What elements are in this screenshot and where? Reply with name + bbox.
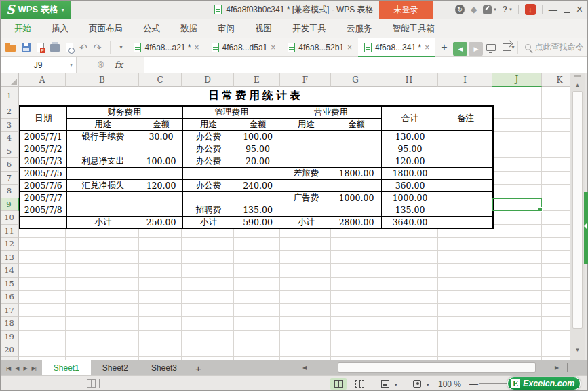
cell[interactable] <box>20 217 66 229</box>
close-tab-icon[interactable]: × <box>195 43 199 52</box>
login-button[interactable]: 未登录 <box>379 0 433 19</box>
name-box[interactable]: J9 ▾ <box>0 57 77 73</box>
cell[interactable]: 20.00 <box>235 155 281 168</box>
row-header-15[interactable]: 15 <box>0 278 19 291</box>
cell[interactable]: 2005/7/2 <box>20 143 66 155</box>
cell[interactable] <box>182 168 235 180</box>
scroll-down-icon[interactable]: ▼ <box>570 345 585 354</box>
header-date[interactable]: 日期 <box>20 106 66 131</box>
row-header-19[interactable]: 19 <box>0 331 19 344</box>
cell[interactable]: 100.00 <box>235 131 281 143</box>
chevron-down-icon[interactable]: ▾ <box>70 62 73 68</box>
download-icon[interactable]: ↓ <box>525 4 536 15</box>
cell[interactable] <box>140 143 182 155</box>
cell[interactable]: 办公费 <box>182 180 235 192</box>
presentation-icon[interactable] <box>486 44 496 51</box>
export-pdf-icon[interactable] <box>37 43 44 52</box>
cell[interactable] <box>281 155 332 168</box>
cell[interactable]: 小计 <box>66 217 140 229</box>
reader-view-button[interactable] <box>409 378 425 390</box>
insert-function-button[interactable]: fx <box>115 60 123 70</box>
maximize-button[interactable] <box>564 7 570 13</box>
cell[interactable]: 2005/7/8 <box>20 204 66 217</box>
menu-item-智能工具箱[interactable]: 智能工具箱 <box>383 19 446 38</box>
cell[interactable] <box>140 204 182 217</box>
row-header-4[interactable]: 4 <box>0 132 19 145</box>
selected-cell-J9[interactable] <box>492 198 542 212</box>
header-sub-0[interactable]: 用途 <box>66 119 140 131</box>
cell[interactable] <box>332 180 381 192</box>
cell[interactable]: 办公费 <box>182 131 235 143</box>
cell[interactable] <box>439 168 493 180</box>
header-group-1[interactable]: 管理费用 <box>182 106 281 119</box>
cell[interactable] <box>439 143 493 155</box>
cell[interactable]: 95.00 <box>235 143 281 155</box>
column-header-B[interactable]: B <box>66 73 139 87</box>
formula-input[interactable] <box>144 57 588 73</box>
cell[interactable]: 120.00 <box>381 155 439 168</box>
close-tab-icon[interactable]: × <box>271 43 275 52</box>
cell[interactable]: 120.00 <box>140 180 182 192</box>
sheet-tab-Sheet2[interactable]: Sheet2 <box>91 360 140 375</box>
column-header-J[interactable]: J <box>492 73 542 87</box>
last-sheet-icon[interactable]: ▶| <box>32 365 36 371</box>
horizontal-scroll-thumb[interactable] <box>338 362 536 373</box>
customize-toolbar-icon[interactable]: ▾ <box>119 44 122 50</box>
cell[interactable]: 利息净支出 <box>66 155 140 168</box>
new-document-tab-button[interactable]: + <box>435 41 452 54</box>
header-sub-2[interactable]: 用途 <box>281 119 332 131</box>
next-sheet-icon[interactable]: ▶ <box>23 365 26 371</box>
row-header-14[interactable]: 14 <box>0 264 19 278</box>
cell[interactable]: 135.00 <box>235 204 281 217</box>
cell[interactable]: 差旅费 <box>281 168 332 180</box>
help-icon[interactable]: ? <box>503 5 507 14</box>
header-note[interactable]: 备注 <box>439 106 493 131</box>
row-header-1[interactable]: 1 <box>0 87 19 105</box>
cell[interactable] <box>332 204 381 217</box>
row-header-17[interactable]: 17 <box>0 304 19 318</box>
menu-item-开发工具[interactable]: 开发工具 <box>282 19 336 38</box>
cell[interactable]: 办公费 <box>182 155 235 168</box>
column-header-F[interactable]: F <box>280 73 331 87</box>
row-header-12[interactable]: 12 <box>0 238 19 251</box>
cell[interactable] <box>439 204 493 217</box>
column-header-C[interactable]: C <box>139 73 182 87</box>
cell[interactable]: 100.00 <box>140 155 182 168</box>
column-header-E[interactable]: E <box>234 73 280 87</box>
scroll-up-icon[interactable]: ▲ <box>570 80 585 90</box>
row-header-5[interactable]: 5 <box>0 145 19 159</box>
normal-view-button[interactable] <box>330 378 347 390</box>
cell[interactable]: 135.00 <box>381 204 439 217</box>
menu-item-审阅[interactable]: 审阅 <box>208 19 245 38</box>
vertical-scrollbar[interactable]: ▲ ▼ <box>570 73 585 360</box>
column-header-I[interactable]: I <box>438 73 492 87</box>
row-header-11[interactable]: 11 <box>0 225 19 238</box>
column-header-A[interactable]: A <box>19 73 66 87</box>
cell[interactable] <box>66 143 140 155</box>
menu-item-视图[interactable]: 视图 <box>245 19 282 38</box>
select-all-corner[interactable] <box>0 73 19 87</box>
chevron-down-icon[interactable]: ▾ <box>509 7 512 12</box>
cell[interactable]: 130.00 <box>381 131 439 143</box>
chevron-down-icon[interactable]: ▾ <box>494 7 496 12</box>
document-tab[interactable]: 4f6a8...d5a1× <box>205 38 282 57</box>
header-total[interactable]: 合计 <box>381 106 439 131</box>
first-sheet-icon[interactable]: |◀ <box>6 365 10 371</box>
cell[interactable]: 240.00 <box>235 180 281 192</box>
page-layout-view-button[interactable] <box>377 378 393 390</box>
cell[interactable] <box>332 131 381 143</box>
print-icon[interactable] <box>50 44 60 52</box>
vertical-scroll-thumb[interactable] <box>572 91 583 329</box>
minimize-button[interactable]: — <box>549 5 557 15</box>
document-tab[interactable]: 4f6a8...341 *× <box>358 38 435 57</box>
menu-item-页面布局[interactable]: 页面布局 <box>79 19 133 38</box>
column-header-K[interactable]: K <box>542 73 570 87</box>
zoom-level[interactable]: 100 % <box>438 379 461 389</box>
cell[interactable]: 1000.00 <box>381 192 439 204</box>
cell[interactable]: 2005/7/7 <box>20 192 66 204</box>
print-preview-icon[interactable] <box>66 43 73 52</box>
column-header-H[interactable]: H <box>380 73 438 87</box>
cell[interactable] <box>281 204 332 217</box>
row-header-9[interactable]: 9 <box>0 198 19 212</box>
cell[interactable]: 办公费 <box>182 143 235 155</box>
